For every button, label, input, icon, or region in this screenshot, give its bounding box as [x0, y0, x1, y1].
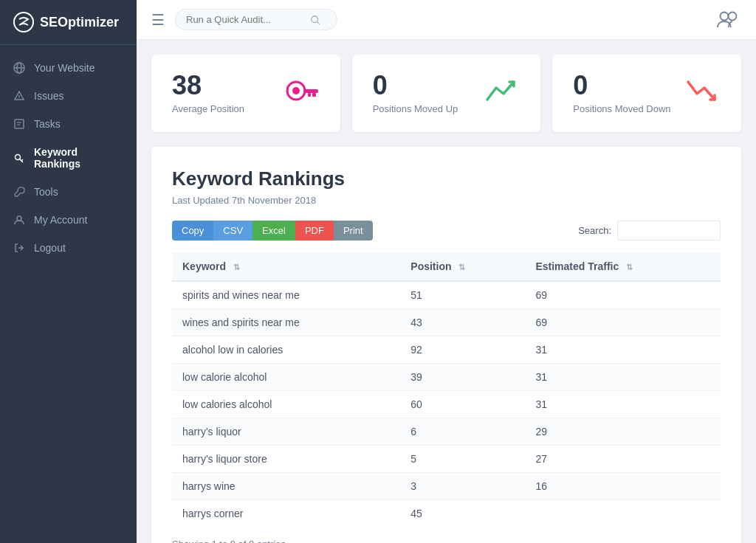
table-row: alcohol low in calories9231 [172, 336, 721, 364]
sort-keyword-icon: ⇅ [233, 263, 240, 272]
svg-rect-6 [15, 120, 24, 128]
sidebar-item-keyword-rankings[interactable]: Keyword Rankings [0, 138, 137, 178]
cell-position: 45 [400, 500, 525, 528]
cell-position: 5 [400, 446, 525, 473]
col-position[interactable]: Position ⇅ [400, 252, 525, 281]
col-traffic[interactable]: Estimated Traffic ⇅ [525, 252, 721, 281]
sidebar-label-your-website: Your Website [34, 62, 95, 74]
cell-traffic: 31 [525, 391, 721, 418]
table-row: harrys wine316 [172, 473, 721, 500]
tool-icon [13, 186, 25, 198]
sidebar-label-tasks: Tasks [34, 118, 61, 130]
globe-icon [13, 62, 25, 74]
main-area: ☰ 38 Average Position [137, 0, 756, 543]
cell-position: 51 [400, 281, 525, 309]
stat-card-avg-position: 38 Average Position [151, 55, 340, 132]
cell-keyword: harry's liquor store [172, 446, 400, 473]
positions-down-label: Positions Moved Down [573, 103, 670, 114]
topbar: ☰ [137, 0, 756, 40]
cell-keyword: harrys wine [172, 473, 400, 500]
cell-position: 60 [400, 391, 525, 418]
page-content: 38 Average Position 0 Positions [137, 40, 756, 543]
cell-traffic: 31 [525, 364, 721, 391]
print-button[interactable]: Print [334, 221, 373, 241]
search-label: Search: [578, 225, 611, 236]
sidebar-label-issues: Issues [34, 90, 63, 102]
table-row: wines and spirits near me4369 [172, 309, 721, 336]
logout-icon [13, 242, 25, 254]
sidebar-label-tools: Tools [34, 186, 58, 198]
csv-button[interactable]: CSV [213, 221, 252, 241]
svg-point-5 [18, 98, 19, 99]
cell-traffic: 29 [525, 418, 721, 446]
cell-traffic: 16 [525, 473, 721, 500]
avg-position-number: 38 [172, 72, 244, 99]
svg-rect-20 [303, 89, 318, 93]
table-row: harry's liquor store527 [172, 446, 721, 473]
stats-row: 38 Average Position 0 Positions [151, 55, 741, 132]
cell-traffic: 27 [525, 446, 721, 473]
svg-rect-21 [312, 93, 316, 97]
account-icon [13, 214, 25, 226]
cell-keyword: harrys corner [172, 500, 400, 528]
cell-position: 3 [400, 473, 525, 500]
sidebar-item-your-website[interactable]: Your Website [0, 54, 137, 82]
sidebar-label-keyword-rankings: Keyword Rankings [34, 146, 123, 170]
cell-traffic [525, 500, 721, 528]
sidebar-item-tools[interactable]: Tools [0, 178, 137, 206]
table-search-input[interactable] [617, 221, 721, 241]
svg-rect-22 [308, 93, 311, 97]
cell-keyword: low calorie alcohol [172, 364, 400, 391]
cell-keyword: wines and spirits near me [172, 309, 400, 336]
sidebar-label-my-account: My Account [34, 214, 87, 226]
key-stat-icon [284, 79, 320, 108]
sidebar-item-my-account[interactable]: My Account [0, 206, 137, 234]
stat-card-positions-down: 0 Positions Moved Down [552, 55, 741, 132]
positions-up-label: Positions Moved Up [373, 103, 458, 114]
excel-button[interactable]: Excel [252, 221, 295, 241]
user-menu-icon[interactable] [715, 7, 741, 33]
keyword-rankings-panel: Keyword Rankings Last Updated 7th Novemb… [151, 147, 741, 543]
svg-point-9 [16, 155, 21, 160]
cell-keyword: spirits and wines near me [172, 281, 400, 309]
showing-entries: Showing 1 to 9 of 9 entries [172, 539, 721, 543]
table-row: harrys corner45 [172, 500, 721, 528]
quick-audit-input[interactable] [186, 14, 304, 25]
positions-up-number: 0 [373, 72, 458, 99]
svg-point-17 [729, 12, 737, 20]
app-logo: SEOptimizer [0, 0, 137, 45]
sort-traffic-icon: ⇅ [626, 263, 633, 272]
pdf-button[interactable]: PDF [295, 221, 334, 241]
cell-keyword: low calories alcohol [172, 391, 400, 418]
sidebar-item-tasks[interactable]: Tasks [0, 110, 137, 138]
copy-button[interactable]: Copy [172, 221, 213, 241]
sidebar-nav: Your Website Issues Tasks [0, 45, 137, 543]
cell-traffic: 31 [525, 336, 721, 364]
table-row: low calorie alcohol3931 [172, 364, 721, 391]
panel-title: Keyword Rankings [172, 167, 721, 190]
stat-card-positions-up: 0 Positions Moved Up [352, 55, 541, 132]
cell-keyword: harry's liquor [172, 418, 400, 446]
table-row: harry's liquor629 [172, 418, 721, 446]
svg-line-11 [21, 159, 23, 161]
col-keyword[interactable]: Keyword ⇅ [172, 252, 400, 281]
cell-position: 92 [400, 336, 525, 364]
task-icon [13, 118, 25, 130]
sidebar-item-issues[interactable]: Issues [0, 82, 137, 110]
table-toolbar: Copy CSV Excel PDF Print Search: [172, 221, 721, 241]
quick-audit-search[interactable] [175, 9, 337, 30]
svg-point-14 [312, 15, 318, 22]
app-name-label: SEOptimizer [40, 15, 119, 30]
sidebar-item-logout[interactable]: Logout [0, 234, 137, 262]
logo-icon [13, 12, 34, 32]
export-btn-group: Copy CSV Excel PDF Print [172, 221, 373, 241]
hamburger-icon[interactable]: ☰ [151, 11, 165, 29]
table-body: spirits and wines near me5169wines and s… [172, 281, 721, 527]
cell-keyword: alcohol low in calories [172, 336, 400, 364]
arrow-up-stat-icon [484, 76, 520, 111]
arrow-down-stat-icon [685, 76, 721, 111]
svg-line-15 [317, 21, 320, 24]
table-row: low calories alcohol6031 [172, 391, 721, 418]
sort-position-icon: ⇅ [458, 263, 465, 272]
search-icon [310, 15, 320, 25]
